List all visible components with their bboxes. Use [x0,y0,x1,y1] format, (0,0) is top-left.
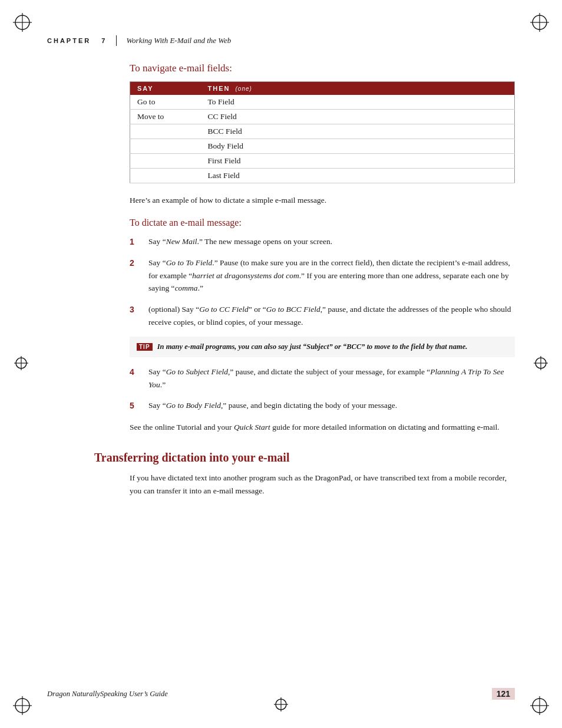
col-then-sub-label: (one) [236,85,252,92]
example-text: Here’s an example of how to dictate a si… [130,194,515,207]
table-cell-then-4: Body Field [201,139,515,154]
tip-item: TIP In many e-mail programs, you can als… [130,337,515,357]
navigate-table: SAY THEN (one) Go to To Field Move to CC… [130,81,515,183]
page-footer: Dragon NaturallySpeaking User’s Guide 12… [47,688,515,700]
chapter-number: 7 [101,37,107,44]
table-cell-say-6 [130,169,201,183]
corner-mark-bl [12,695,33,716]
table-header-row: SAY THEN (one) [130,82,515,95]
chapter-subtitle: Working With E-Mail and the Web [126,36,231,45]
footer-title: Dragon NaturallySpeaking User’s Guide [47,690,168,699]
table-body: Go to To Field Move to CC Field BCC Fiel… [130,95,515,183]
chapter-label-text: CHAPTER [47,37,91,44]
list-item: 1 Say “New Mail.” The new message opens … [130,235,515,249]
dictate-heading: To dictate an e-mail message: [130,218,515,228]
chapter-label: CHAPTER 7 [47,37,107,44]
table-row: Last Field [130,169,515,183]
step-number-3: 3 [130,303,145,328]
list-item: 5 Say “Go to Body Field,” pause, and beg… [130,399,515,413]
corner-mark-tl [12,12,33,33]
step-text-3: (optional) Say “Go to CC Field” or “Go t… [148,303,515,328]
dictate-steps-list: 1 Say “New Mail.” The new message opens … [130,235,515,413]
list-item: 3 (optional) Say “Go to CC Field” or “Go… [130,303,515,328]
table-row: Move to CC Field [130,110,515,124]
side-mark-left [13,355,29,374]
list-item: 2 Say “Go to To Field.” Pause (to make s… [130,256,515,295]
tip-box: TIP In many e-mail programs, you can als… [130,337,515,357]
table-cell-say-3 [130,124,201,139]
table-cell-say-1: Go to [130,95,201,110]
col-say-header: SAY [130,82,201,95]
step-number-1: 1 [130,235,145,249]
table-row: First Field [130,154,515,169]
table-cell-then-2: CC Field [201,110,515,124]
transfer-body: If you have dictated text into another p… [130,472,515,497]
table-cell-then-3: BCC Field [201,124,515,139]
list-item: 4 Say “Go to Subject Field,” pause, and … [130,365,515,391]
table-row: Go to To Field [130,95,515,110]
table-cell-say-4 [130,139,201,154]
page: CHAPTER 7 Working With E-Mail and the We… [0,0,562,728]
table-row: Body Field [130,139,515,154]
table-cell-say-5 [130,154,201,169]
step-text-2: Say “Go to To Field.” Pause (to make sur… [148,256,515,295]
step-number-2: 2 [130,256,145,295]
step-number-5: 5 [130,399,145,413]
corner-mark-br [529,695,550,716]
col-then-header: THEN (one) [201,82,515,95]
col-say-label: SAY [137,85,154,92]
side-mark-right [533,355,549,374]
step-text-4: Say “Go to Subject Field,” pause, and di… [148,365,515,391]
tip-label: TIP [137,343,153,351]
transfer-heading: Transferring dictation into your e-mail [94,451,515,465]
corner-mark-tr [529,12,550,33]
table-cell-then-6: Last Field [201,169,515,183]
step-text-5: Say “Go to Body Field,” pause, and begin… [148,399,515,413]
header-divider [116,35,117,46]
table-cell-then-1: To Field [201,95,515,110]
col-then-label: THEN [208,85,230,92]
navigate-heading: To navigate e-mail fields: [130,62,515,74]
step-text-1: Say “New Mail.” The new message opens on… [148,235,515,249]
navigate-section: To navigate e-mail fields: SAY THEN (one… [130,62,515,433]
page-header: CHAPTER 7 Working With E-Mail and the We… [47,35,515,46]
tip-text: In many e-mail programs, you can also sa… [157,342,468,351]
closing-text: See the online Tutorial and your Quick S… [130,421,515,434]
table-row: BCC Field [130,124,515,139]
table-cell-say-2: Move to [130,110,201,124]
step-number-4: 4 [130,365,145,391]
footer-page-number: 121 [492,688,515,700]
table-cell-then-5: First Field [201,154,515,169]
